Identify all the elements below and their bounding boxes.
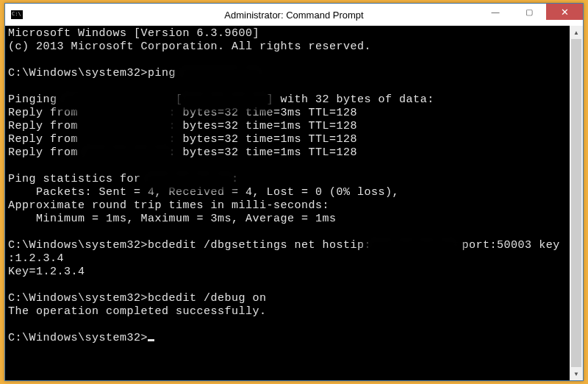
terminal-line: Reply from xxx xx xx xx: bytes=32 time=1… [8, 120, 567, 133]
text-cursor [148, 339, 154, 341]
terminal-line: C:\Windows\system32>bcdedit /dbgsettings… [8, 239, 567, 252]
terminal-line: Pinging xxxxxxxx xxx xx [xxx xx xx xx] w… [8, 93, 567, 107]
terminal-line: Key=1.2.3.4 [8, 266, 567, 279]
scroll-thumb[interactable] [571, 39, 581, 367]
cmd-icon [11, 10, 23, 19]
terminal-line [8, 54, 567, 67]
titlebar[interactable]: Administrator: Command Prompt — ▢ ✕ [5, 4, 583, 26]
terminal-line [8, 80, 567, 93]
window-title: Administrator: Command Prompt [224, 10, 363, 21]
terminal-line: Approximate round trip times in milli-se… [8, 199, 567, 213]
terminal-line: Ping statistics for xxx xx xx xx: [8, 173, 567, 186]
scroll-up-button[interactable]: ▲ [570, 26, 583, 39]
scroll-down-button[interactable]: ▼ [570, 367, 583, 380]
window-controls: — ▢ ✕ [478, 4, 583, 20]
terminal-line: Reply from xxx xx xx xx: bytes=32 time=1… [8, 133, 567, 146]
terminal-line: Reply from xxx xx xx xx: bytes=32 time=3… [8, 107, 567, 120]
terminal-line: The operation completed successfully. [8, 305, 567, 319]
scroll-track[interactable] [570, 39, 583, 367]
terminal-line: :1.2.3.4 [8, 252, 567, 266]
terminal-line: C:\Windows\system32> [8, 332, 567, 345]
client-area: Microsoft Windows [Version 6.3.9600](c) … [5, 26, 583, 380]
terminal-line: Packets: Sent = 4, Received = 4, Lost = … [8, 186, 567, 199]
maximize-button[interactable]: ▢ [512, 4, 546, 20]
terminal-line [8, 160, 567, 173]
terminal-line: (c) 2013 Microsoft Corporation. All righ… [8, 40, 567, 54]
vertical-scrollbar[interactable]: ▲ ▼ [570, 26, 583, 380]
terminal-line [8, 226, 567, 239]
terminal-line: C:\Windows\system32>ping xxxxxxxx xx [8, 67, 567, 80]
minimize-button[interactable]: — [478, 4, 512, 20]
terminal-line [8, 319, 567, 332]
terminal-line: Reply from xxx xx xx xx: bytes=32 time=1… [8, 146, 567, 160]
terminal-line [8, 279, 567, 292]
terminal-line: Microsoft Windows [Version 6.3.9600] [8, 27, 567, 40]
command-prompt-window: Administrator: Command Prompt — ▢ ✕ Micr… [4, 3, 584, 381]
terminal-output[interactable]: Microsoft Windows [Version 6.3.9600](c) … [5, 26, 570, 380]
terminal-line: C:\Windows\system32>bcdedit /debug on [8, 292, 567, 305]
close-button[interactable]: ✕ [546, 4, 583, 20]
terminal-line: Minimum = 1ms, Maximum = 3ms, Average = … [8, 213, 567, 226]
